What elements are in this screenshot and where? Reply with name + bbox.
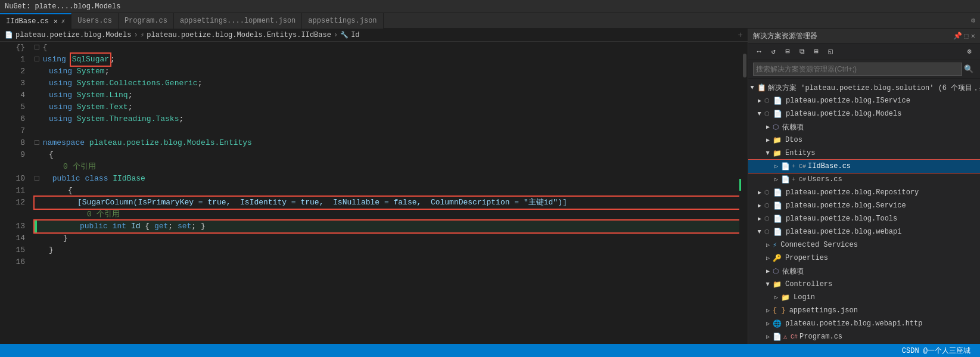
tree-appsettings-json[interactable]: ▷ { } appsettings.json [748, 304, 980, 317]
solution-label: 解决方案 'plateau.poetize.blog.solution' (6 … [768, 83, 980, 93]
panel-title: 解决方案资源管理器 [753, 31, 817, 41]
tree-connected-label: Connected Services [780, 241, 858, 249]
collapse-icon-0[interactable]: □ [35, 42, 39, 54]
toolbar-preview-icon[interactable]: ◱ [825, 46, 836, 58]
code-line-5: using System.Text; [35, 101, 739, 113]
code-line-6: using System.Threading.Tasks; [35, 113, 739, 125]
scroll-thumb[interactable] [743, 54, 746, 77]
tab-appsettings-label: appsettings.json [308, 17, 377, 25]
connected-icon: ⚡ [773, 241, 777, 250]
tree-repository[interactable]: ▶ ⬡ 📄 plateau.poetize.blog.Repository [748, 186, 980, 199]
toolbar-filter-icon[interactable]: ⊞ [810, 46, 822, 58]
code-line-13: public int Id { get; set; } [35, 221, 739, 232]
breadcrumb: 📄 plateau.poetize.blog.Models › ⚡ platea… [0, 29, 748, 42]
sqlsugar-highlight: SqlSugar [71, 54, 110, 66]
tree-models[interactable]: ▶ ⬡ 📄 plateau.poetize.blog.Models [748, 107, 980, 120]
tab-appsettings[interactable]: appsettings.json [302, 13, 383, 29]
folder-controllers-icon: 📁 [773, 280, 782, 289]
tree-entitys-label: Entitys [785, 149, 815, 157]
code-line-3: using System.Collections.Generic; [35, 77, 739, 89]
tree-users-label: Users.cs [808, 175, 842, 184]
repo-arrow-icon: ▶ [758, 189, 761, 196]
webapi-dep2-arrow-icon: ▶ [766, 268, 770, 275]
tree-program-label: Program.cs [799, 333, 842, 341]
tab-users-label: Users.cs [77, 17, 112, 25]
iidbase-prefix: + C# [792, 163, 806, 170]
collapse-icon-8[interactable]: □ [35, 137, 39, 149]
gear-icon[interactable]: ⚙ [971, 16, 975, 25]
code-line-9-ref: 0 个引用 [35, 161, 739, 173]
tab-program-label: Program.cs [125, 17, 167, 25]
close-panel-icon[interactable]: ✕ [971, 32, 975, 41]
pin-icon[interactable]: 📌 [953, 32, 962, 41]
tree-webapi-dep[interactable]: ▶ ⬡ 依赖项 [748, 265, 980, 278]
toolbar-copy-icon[interactable]: ⧉ [796, 46, 808, 58]
add-breadcrumb-icon[interactable]: + [738, 30, 743, 40]
tree-login[interactable]: ▷ 📁 Login [748, 291, 980, 304]
expand-panel-icon[interactable]: ⬚ [965, 32, 969, 41]
tree-controllers[interactable]: ▶ 📁 Controllers [748, 278, 980, 291]
namespace-icon: ⚡ [141, 31, 145, 39]
tree-models-dep[interactable]: ▶ ⬡ 依赖项 [748, 120, 980, 134]
tree-iidbase[interactable]: ▷ 📄 + C# IIdBase.cs [748, 160, 980, 173]
tree-appsettings-label: appsettings.json [789, 306, 858, 315]
tab-appsettings-dev[interactable]: appsettings....lopment.json [174, 13, 302, 29]
tree-webapi-program[interactable]: ▷ 📄 △ C# Program.cs [748, 330, 980, 343]
tree-connected-services[interactable]: ▷ ⚡ Connected Services [748, 238, 980, 252]
code-line-brace: □ { [35, 42, 739, 54]
tree-tools-label: plateau.poetize.blog.Tools [786, 215, 897, 223]
toolbar-sync-icon[interactable]: ↔ [753, 46, 765, 58]
webapi-cs-icon: 📄 [773, 228, 782, 237]
service-cs-icon: 📄 [773, 201, 782, 210]
panel-toolbar: ↔ ↺ ⊟ ⧉ ⊞ ◱ ⚙ [748, 44, 980, 60]
breadcrumb-sep2: › [334, 31, 338, 39]
tree-webapi-label: plateau.poetize.blog.webapi [786, 228, 901, 236]
tab-program[interactable]: Program.cs [119, 13, 174, 29]
code-editor[interactable]: {} 1 2 3 4 5 6 7 8 9 10 11 12 13 14 15 1… [0, 42, 748, 344]
connected-arrow-icon: ▷ [766, 241, 770, 249]
users-arrow-icon: ▷ [774, 176, 778, 183]
tree-http[interactable]: ▷ 🌐 plateau.poetize.blog.webapi.http [748, 317, 980, 330]
code-line-4: using System.Linq; [35, 89, 739, 101]
tree-solution[interactable]: ▶ 📋 解决方案 'plateau.poetize.blog.solution'… [748, 81, 980, 94]
breadcrumb-project: plateau.poetize.blog.Models [15, 31, 131, 39]
tree-properties[interactable]: ▷ 🔑 Properties [748, 252, 980, 265]
models-cs-icon: 📄 [773, 110, 782, 119]
code-line-9-brace: { [35, 149, 739, 161]
scrollbar[interactable] [739, 42, 748, 344]
tab-iidbase[interactable]: IIdBase.cs ✕ ✗ [0, 13, 71, 29]
collapse-icon-10[interactable]: □ [35, 173, 39, 185]
collapse-icon-1[interactable]: □ [35, 54, 39, 66]
solution-explorer-panel: 解决方案资源管理器 📌 ⬚ ✕ ↔ ↺ ⊟ ⧉ ⊞ ◱ ⚙ 🔍 [748, 29, 980, 344]
search-icon[interactable]: 🔍 [962, 63, 975, 76]
code-line-8: □ namespace plateau.poetize.blog.Models.… [35, 137, 739, 149]
tab-appsettings-dev-label: appsettings....lopment.json [180, 17, 295, 25]
tree-iservice[interactable]: ▶ ⬡ 📄 plateau.poetize.blog.IService [748, 94, 980, 107]
program-arrow-icon: ▷ [766, 333, 770, 340]
repo-cs-icon: 📄 [773, 188, 782, 197]
tab-iidbase-close[interactable]: ✕ [54, 17, 58, 25]
tree-entitys[interactable]: ▶ 📁 Entitys [748, 147, 980, 160]
iservice-cs-icon: 📄 [773, 97, 782, 105]
iservice-arrow-icon: ▶ [758, 97, 761, 104]
tree-webapi[interactable]: ▶ ⬡ 📄 plateau.poetize.blog.webapi [748, 225, 980, 238]
folder-login-icon: 📁 [781, 293, 790, 302]
editor-area: 📄 plateau.poetize.blog.Models › ⚡ platea… [0, 29, 748, 344]
tab-users[interactable]: Users.cs [71, 13, 119, 29]
tree-service-label: plateau.poetize.blog.Service [786, 201, 906, 210]
tree-users-item[interactable]: ▷ 📄 + C# Users.cs [748, 173, 980, 186]
cs-users-icon: 📄 [781, 175, 790, 184]
tree-dtos[interactable]: ▶ 📁 Dtos [748, 134, 980, 147]
tree-properties-label: Properties [785, 254, 828, 262]
toolbar-settings-icon[interactable]: ⚙ [963, 46, 975, 58]
tree-service[interactable]: ▶ ⬡ 📄 plateau.poetize.blog.Service [748, 199, 980, 212]
models-dep-icon: ⬡ [764, 110, 770, 117]
search-input[interactable] [753, 63, 962, 76]
tree-tools[interactable]: ▶ ⬡ 📄 plateau.poetize.blog.Tools [748, 212, 980, 225]
toolbar-collapse-icon[interactable]: ⊟ [782, 46, 794, 58]
toolbar-refresh-icon[interactable]: ↺ [767, 46, 779, 58]
status-label: CSDN @一个人三座城 [902, 346, 970, 356]
code-line-10: □ public class IIdBase [35, 173, 739, 185]
iservice-dep-icon: ⬡ [764, 97, 770, 104]
service-dep-icon: ⬡ [764, 202, 770, 209]
